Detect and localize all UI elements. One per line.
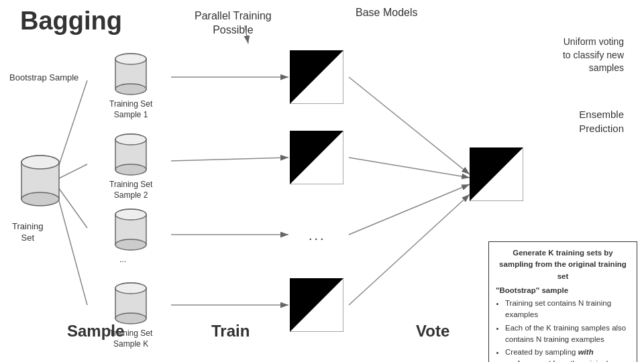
svg-line-11 <box>349 158 470 178</box>
model-dots: ... <box>309 228 326 243</box>
ensemble-result-img <box>470 147 523 201</box>
svg-line-12 <box>349 184 470 235</box>
svg-point-26 <box>115 134 146 145</box>
svg-point-30 <box>115 209 146 220</box>
cylinder-sample1 <box>114 52 148 96</box>
cyl-label-dots: ... <box>119 255 126 265</box>
info-box: Generate K training sets by sampling fro… <box>488 241 637 362</box>
svg-line-10 <box>349 77 470 174</box>
model-img-1 <box>290 50 343 104</box>
vote-label: Vote <box>416 322 449 341</box>
train-label: Train <box>211 322 250 341</box>
svg-point-34 <box>115 283 146 294</box>
cyl-label-1: Training SetSample 1 <box>109 99 152 120</box>
cylinder-sample2 <box>114 133 148 176</box>
cylinder-sample-dots <box>114 208 148 251</box>
main-training-cylinder <box>20 154 60 208</box>
info-box-subtitle: "Bootstrap" sample <box>496 285 630 296</box>
cyl-label-k: Training SetSample K <box>109 328 152 349</box>
bullet-1: Training set contains N training example… <box>505 298 630 321</box>
page-container: Bagging Parallel Training Possible Base … <box>0 0 644 362</box>
svg-point-22 <box>115 54 146 64</box>
svg-point-25 <box>115 164 146 175</box>
bootstrap-sample-label: Bootstrap Sample <box>9 72 78 84</box>
title-parallel: Parallel Training Possible <box>195 9 272 38</box>
bullet-3: Created by sampling with replacement fro… <box>505 347 630 362</box>
model-img-k <box>290 278 343 332</box>
info-box-bullets: Training set contains N training example… <box>496 298 630 362</box>
svg-point-21 <box>115 84 146 95</box>
ensemble-prediction: Ensemble Prediction <box>579 107 624 135</box>
title-bagging: Bagging <box>20 7 122 36</box>
bullet-2: Each of the K training samples also cont… <box>505 322 630 346</box>
cyl-label-2: Training SetSample 2 <box>109 180 152 200</box>
training-set-label: Training Set <box>12 221 43 244</box>
svg-point-18 <box>21 156 59 169</box>
info-box-title: Generate K training sets by sampling fro… <box>496 247 630 282</box>
uniform-voting: Uniform voting to classify new samples <box>563 36 624 75</box>
svg-point-29 <box>115 239 146 250</box>
model-img-2 <box>290 131 343 184</box>
svg-point-33 <box>115 313 146 324</box>
svg-point-17 <box>21 192 59 206</box>
cylinder-sample-k <box>114 282 148 325</box>
svg-line-7 <box>171 158 288 161</box>
svg-line-13 <box>349 194 470 305</box>
title-base-models: Base Models <box>356 7 418 19</box>
